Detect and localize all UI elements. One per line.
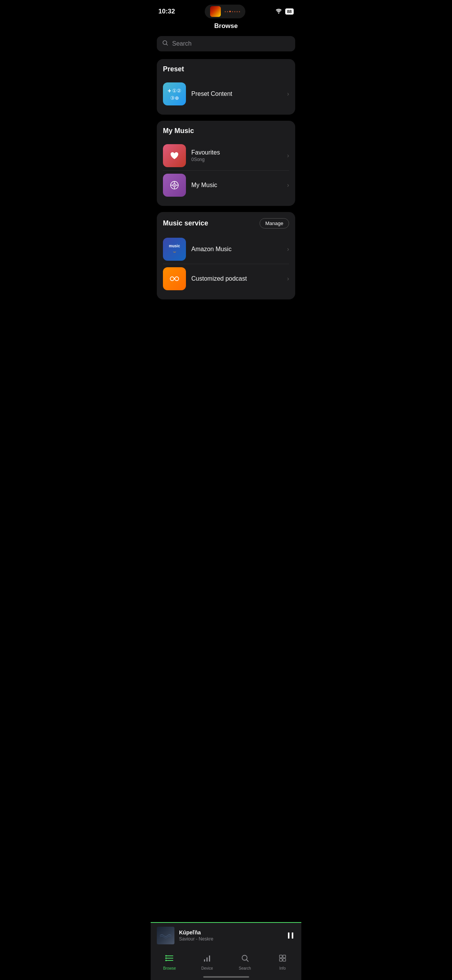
music-service-section: Music service Manage music ⌣ Amazon Musi… — [157, 212, 295, 299]
dot — [239, 11, 240, 12]
status-icons: 88 — [275, 8, 294, 15]
favourites-name: Favourites — [191, 149, 282, 156]
svg-point-0 — [278, 12, 279, 13]
amazon-music-name: Amazon Music — [191, 246, 282, 253]
dot — [229, 11, 231, 12]
dots-indicator — [225, 11, 240, 12]
svg-point-6 — [174, 185, 175, 186]
preset-content-name: Preset Content — [191, 90, 282, 97]
amazon-music-icon: music ⌣ — [163, 238, 186, 261]
preset-section-header: Preset — [163, 65, 289, 73]
preset-content-text: Preset Content — [191, 90, 282, 97]
dynamic-island — [205, 5, 245, 18]
preset-section: Preset + ①② ③⊕ Preset Content › — [157, 59, 295, 115]
dot — [225, 11, 226, 12]
search-icon — [162, 40, 168, 48]
my-music-chevron: › — [287, 182, 289, 189]
svg-line-2 — [166, 44, 168, 46]
dot — [232, 11, 233, 12]
my-music-text: My Music — [191, 182, 282, 189]
customized-podcast-text: Customized podcast — [191, 275, 282, 282]
preset-content-icon: + ①② ③⊕ — [163, 82, 186, 105]
preset-content-item[interactable]: + ①② ③⊕ Preset Content › — [163, 79, 289, 109]
svg-point-7 — [170, 277, 174, 281]
dot — [237, 11, 238, 12]
wifi-icon — [275, 8, 282, 15]
music-service-title: Music service — [163, 219, 208, 227]
page-title: Browse — [151, 21, 301, 36]
customized-podcast-chevron: › — [287, 275, 289, 282]
my-music-name: My Music — [191, 182, 282, 189]
my-music-section-header: My Music — [163, 127, 289, 135]
my-music-item[interactable]: My Music › — [163, 170, 289, 200]
my-music-section-title: My Music — [163, 127, 194, 135]
battery-level: 88 — [287, 9, 292, 14]
amazon-music-chevron: › — [287, 246, 289, 253]
album-thumbnail — [210, 6, 221, 17]
favourites-text: Favourites 0Song — [191, 149, 282, 162]
preset-content-chevron: › — [287, 90, 289, 97]
favourites-chevron: › — [287, 152, 289, 159]
status-time: 10:32 — [158, 8, 175, 15]
music-service-header: Music service Manage — [163, 218, 289, 229]
manage-button[interactable]: Manage — [260, 218, 289, 229]
customized-podcast-item[interactable]: Customized podcast › — [163, 264, 289, 293]
dot — [227, 11, 228, 12]
dot — [234, 11, 235, 12]
search-bar[interactable]: Search — [157, 36, 295, 51]
amazon-music-text: Amazon Music — [191, 246, 282, 253]
preset-section-title: Preset — [163, 65, 184, 73]
battery-indicator: 88 — [285, 8, 294, 15]
search-container: Search — [151, 36, 301, 59]
amazon-music-item[interactable]: music ⌣ Amazon Music › — [163, 235, 289, 264]
search-placeholder: Search — [172, 40, 192, 47]
customized-podcast-name: Customized podcast — [191, 275, 282, 282]
svg-point-8 — [175, 277, 179, 281]
favourites-item[interactable]: Favourites 0Song › — [163, 141, 289, 170]
status-bar: 10:32 88 — [151, 0, 301, 21]
favourites-icon — [163, 144, 186, 167]
my-music-icon — [163, 174, 186, 197]
favourites-subtitle: 0Song — [191, 157, 282, 162]
customized-podcast-icon — [163, 267, 186, 290]
my-music-section: My Music Favourites 0Song › — [157, 121, 295, 206]
